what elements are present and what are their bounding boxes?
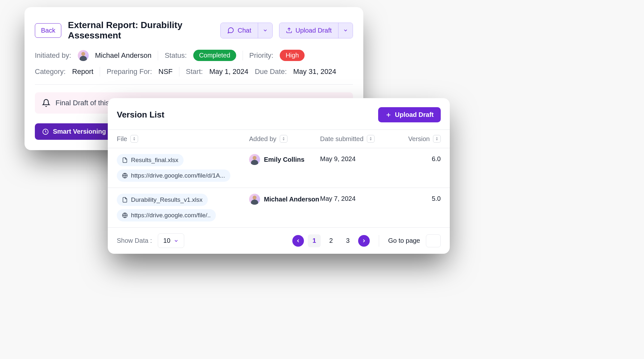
sort-icon xyxy=(433,135,441,143)
goto-page-label: Go to page xyxy=(388,237,420,244)
chat-button-label: Chat xyxy=(237,27,251,34)
chevron-down-icon xyxy=(263,28,268,33)
globe-icon xyxy=(122,173,128,179)
file-link: https://drive.google.com/file/.. xyxy=(131,212,211,219)
smart-versioning-button[interactable]: Smart Versioning xyxy=(35,123,113,140)
divider xyxy=(35,84,353,85)
priority-label: Priority: xyxy=(249,51,274,60)
page-number[interactable]: 1 xyxy=(308,234,321,247)
column-added-by[interactable]: Added by xyxy=(249,135,320,143)
start-value: May 1, 2024 xyxy=(209,67,248,76)
file-chip[interactable]: Durability_Results_v1.xlsx xyxy=(117,194,208,206)
avatar xyxy=(249,194,260,205)
added-by-name: Michael Anderson xyxy=(264,196,319,203)
chat-button-group: Chat xyxy=(220,23,272,38)
page-number[interactable]: 2 xyxy=(325,234,337,247)
document-icon xyxy=(122,157,128,163)
clock-refresh-icon xyxy=(42,128,49,135)
start-label: Start: xyxy=(186,67,203,76)
added-by-name: Emily Collins xyxy=(264,156,305,163)
link-chip[interactable]: https://drive.google.com/file/d/1A... xyxy=(117,169,230,182)
sort-icon xyxy=(367,135,375,143)
column-version[interactable]: Version xyxy=(391,135,441,143)
page-title: External Report: Durability Assessment xyxy=(68,20,214,41)
version-list-card: Version List Upload Draft File Added by … xyxy=(108,98,450,254)
chevron-down-icon xyxy=(343,28,348,33)
upload-draft-button[interactable]: Upload Draft xyxy=(279,23,338,38)
document-icon xyxy=(122,197,128,203)
added-by-cell: Emily Collins xyxy=(249,154,320,165)
file-link: https://drive.google.com/file/d/1A... xyxy=(131,172,225,179)
card-header: Back External Report: Durability Assessm… xyxy=(35,20,353,41)
upload-icon xyxy=(286,27,292,34)
page-size-value: 10 xyxy=(163,237,170,244)
chat-icon xyxy=(227,27,234,34)
divider xyxy=(158,51,158,60)
category-value: Report xyxy=(72,67,93,76)
added-by-cell: Michael Anderson xyxy=(249,194,320,205)
file-name: Durability_Results_v1.xlsx xyxy=(131,196,203,203)
table-footer: Show Data : 10 1 2 3 Go to page xyxy=(108,228,450,254)
avatar xyxy=(249,154,260,165)
table-row: Results_final.xlsx https://drive.google.… xyxy=(108,148,450,188)
upload-draft-label: Upload Draft xyxy=(296,27,332,34)
chat-dropdown-button[interactable] xyxy=(258,23,272,38)
due-date-value: May 31, 2024 xyxy=(293,67,336,76)
globe-icon xyxy=(122,212,128,218)
divider xyxy=(100,67,100,77)
date-cell: May 7, 2024 xyxy=(320,194,391,202)
pagination: 1 2 3 xyxy=(292,234,370,247)
avatar xyxy=(78,50,89,61)
sort-icon xyxy=(280,135,287,143)
upload-draft-button-secondary[interactable]: Upload Draft xyxy=(378,107,441,122)
status-label: Status: xyxy=(165,51,186,60)
version-list-header: Version List Upload Draft xyxy=(108,107,450,129)
file-cell: Durability_Results_v1.xlsx https://drive… xyxy=(117,194,249,221)
column-date-label: Date submitted xyxy=(320,135,364,143)
meta-row-2: Category: Report Preparing For: NSF Star… xyxy=(35,67,353,77)
divider xyxy=(243,51,243,60)
version-list-title: Version List xyxy=(117,110,164,120)
version-cell: 5.0 xyxy=(391,194,441,202)
page-number[interactable]: 3 xyxy=(341,234,354,247)
meta-row-1: Initiated by: Michael Anderson Status: C… xyxy=(35,50,353,61)
upload-draft-label: Upload Draft xyxy=(395,111,434,118)
version-cell: 6.0 xyxy=(391,154,441,163)
page-size-select[interactable]: 10 xyxy=(158,233,184,248)
column-added-by-label: Added by xyxy=(249,135,277,143)
bell-icon xyxy=(42,99,50,107)
upload-draft-dropdown-button[interactable] xyxy=(338,23,353,38)
column-file-label: File xyxy=(117,135,127,143)
due-date-label: Due Date: xyxy=(255,67,287,76)
goto-page-input[interactable] xyxy=(426,234,441,247)
sort-icon xyxy=(130,135,138,143)
plus-icon xyxy=(385,112,392,118)
category-label: Category: xyxy=(35,67,65,76)
file-name: Results_final.xlsx xyxy=(131,157,178,164)
file-chip[interactable]: Results_final.xlsx xyxy=(117,154,184,166)
column-date[interactable]: Date submitted xyxy=(320,135,391,143)
prev-page-button[interactable] xyxy=(292,235,304,247)
initiated-by-label: Initiated by: xyxy=(35,51,71,60)
column-file[interactable]: File xyxy=(117,135,249,143)
preparing-for-label: Preparing For: xyxy=(106,67,152,76)
chevron-down-icon xyxy=(174,238,179,243)
link-chip[interactable]: https://drive.google.com/file/.. xyxy=(117,209,216,221)
initiated-by-value: Michael Anderson xyxy=(95,51,152,60)
column-version-label: Version xyxy=(408,135,430,143)
status-badge: Completed xyxy=(193,50,236,61)
back-button[interactable]: Back xyxy=(35,23,61,38)
priority-badge: High xyxy=(280,50,305,61)
upload-draft-button-group: Upload Draft xyxy=(279,23,353,38)
smart-versioning-label: Smart Versioning xyxy=(53,128,106,135)
divider xyxy=(179,67,179,77)
next-page-button[interactable] xyxy=(358,235,370,247)
show-data-label: Show Data : xyxy=(117,237,152,244)
table-row: Durability_Results_v1.xlsx https://drive… xyxy=(108,188,450,228)
date-cell: May 9, 2024 xyxy=(320,154,391,163)
file-cell: Results_final.xlsx https://drive.google.… xyxy=(117,154,249,182)
version-table-head: File Added by Date submitted Version xyxy=(108,129,450,148)
preparing-for-value: NSF xyxy=(158,67,173,76)
chat-button[interactable]: Chat xyxy=(221,23,257,38)
divider xyxy=(379,235,379,247)
